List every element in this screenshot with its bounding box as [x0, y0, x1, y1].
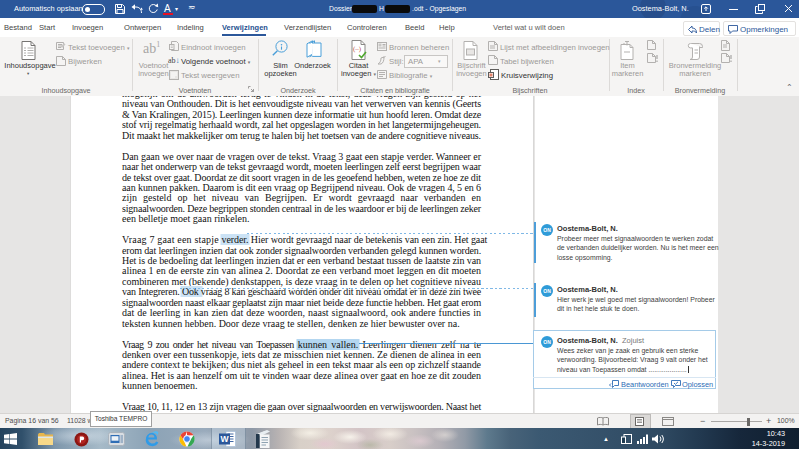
- svg-text:(–): (–): [353, 45, 362, 53]
- svg-text:W: W: [220, 434, 229, 444]
